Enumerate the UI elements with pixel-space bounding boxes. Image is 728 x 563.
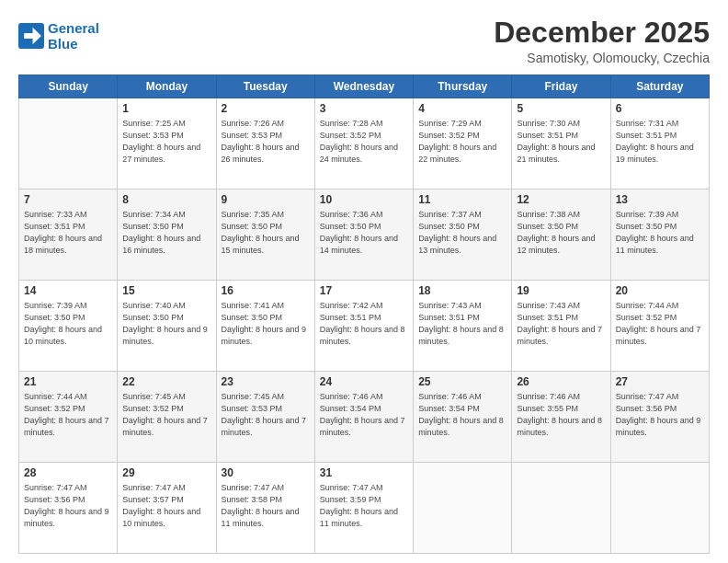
cell-info: Sunrise: 7:34 AMSunset: 3:50 PMDaylight:… — [122, 209, 210, 257]
cell-info: Sunrise: 7:33 AMSunset: 3:51 PMDaylight:… — [24, 209, 112, 257]
day-number: 7 — [24, 193, 112, 206]
calendar-table: Sunday Monday Tuesday Wednesday Thursday… — [18, 75, 710, 554]
header-monday: Monday — [118, 75, 216, 98]
cell-info: Sunrise: 7:47 AMSunset: 3:56 PMDaylight:… — [24, 482, 112, 530]
table-row: 3Sunrise: 7:28 AMSunset: 3:52 PMDaylight… — [314, 98, 413, 190]
cell-info: Sunrise: 7:47 AMSunset: 3:57 PMDaylight:… — [122, 482, 210, 530]
cell-info: Sunrise: 7:39 AMSunset: 3:50 PMDaylight:… — [24, 300, 112, 348]
day-number: 26 — [517, 375, 605, 388]
day-number: 6 — [616, 102, 704, 115]
day-number: 28 — [24, 466, 112, 479]
header-saturday: Saturday — [610, 75, 709, 98]
cell-info: Sunrise: 7:35 AMSunset: 3:50 PMDaylight:… — [222, 209, 310, 257]
cell-info: Sunrise: 7:30 AMSunset: 3:51 PMDaylight:… — [517, 118, 605, 166]
cell-info: Sunrise: 7:45 AMSunset: 3:53 PMDaylight:… — [222, 391, 310, 439]
logo: General Blue — [18, 20, 99, 52]
day-number: 8 — [122, 193, 210, 206]
day-number: 22 — [122, 375, 210, 388]
day-number: 23 — [222, 375, 310, 388]
day-number: 19 — [517, 284, 605, 297]
cell-info: Sunrise: 7:46 AMSunset: 3:54 PMDaylight:… — [418, 391, 506, 439]
cell-info: Sunrise: 7:31 AMSunset: 3:51 PMDaylight:… — [616, 118, 704, 166]
day-number: 27 — [616, 375, 704, 388]
cell-info: Sunrise: 7:47 AMSunset: 3:59 PMDaylight:… — [320, 482, 408, 530]
table-row: 23Sunrise: 7:45 AMSunset: 3:53 PMDayligh… — [216, 372, 314, 463]
cell-info: Sunrise: 7:43 AMSunset: 3:51 PMDaylight:… — [517, 300, 605, 348]
day-number: 31 — [320, 466, 408, 479]
calendar-week-row: 14Sunrise: 7:39 AMSunset: 3:50 PMDayligh… — [19, 281, 710, 372]
table-row: 4Sunrise: 7:29 AMSunset: 3:52 PMDaylight… — [414, 98, 512, 190]
table-row: 8Sunrise: 7:34 AMSunset: 3:50 PMDaylight… — [118, 190, 216, 281]
cell-info: Sunrise: 7:47 AMSunset: 3:58 PMDaylight:… — [222, 482, 310, 530]
table-row: 6Sunrise: 7:31 AMSunset: 3:51 PMDaylight… — [610, 98, 709, 190]
table-row — [610, 463, 709, 554]
day-number: 16 — [222, 284, 310, 297]
table-row: 11Sunrise: 7:37 AMSunset: 3:50 PMDayligh… — [414, 190, 512, 281]
cell-info: Sunrise: 7:41 AMSunset: 3:50 PMDaylight:… — [222, 300, 310, 348]
table-row: 31Sunrise: 7:47 AMSunset: 3:59 PMDayligh… — [314, 463, 413, 554]
title-block: December 2025 Samotisky, Olomoucky, Czec… — [494, 17, 710, 65]
table-row — [512, 463, 610, 554]
cell-info: Sunrise: 7:43 AMSunset: 3:51 PMDaylight:… — [418, 300, 506, 348]
table-row: 29Sunrise: 7:47 AMSunset: 3:57 PMDayligh… — [118, 463, 216, 554]
table-row: 19Sunrise: 7:43 AMSunset: 3:51 PMDayligh… — [512, 281, 610, 372]
weekday-header-row: Sunday Monday Tuesday Wednesday Thursday… — [19, 75, 710, 98]
table-row: 22Sunrise: 7:45 AMSunset: 3:52 PMDayligh… — [118, 372, 216, 463]
day-number: 11 — [418, 193, 506, 206]
cell-info: Sunrise: 7:39 AMSunset: 3:50 PMDaylight:… — [616, 209, 704, 257]
calendar-week-row: 1Sunrise: 7:25 AMSunset: 3:53 PMDaylight… — [19, 98, 710, 190]
table-row: 21Sunrise: 7:44 AMSunset: 3:52 PMDayligh… — [19, 372, 118, 463]
calendar-week-row: 7Sunrise: 7:33 AMSunset: 3:51 PMDaylight… — [19, 190, 710, 281]
table-row: 20Sunrise: 7:44 AMSunset: 3:52 PMDayligh… — [610, 281, 709, 372]
day-number: 12 — [517, 193, 605, 206]
table-row: 25Sunrise: 7:46 AMSunset: 3:54 PMDayligh… — [414, 372, 512, 463]
day-number: 30 — [222, 466, 310, 479]
cell-info: Sunrise: 7:44 AMSunset: 3:52 PMDaylight:… — [24, 391, 112, 439]
day-number: 9 — [222, 193, 310, 206]
day-number: 17 — [320, 284, 408, 297]
table-row: 30Sunrise: 7:47 AMSunset: 3:58 PMDayligh… — [216, 463, 314, 554]
table-row: 9Sunrise: 7:35 AMSunset: 3:50 PMDaylight… — [216, 190, 314, 281]
cell-info: Sunrise: 7:36 AMSunset: 3:50 PMDaylight:… — [320, 209, 408, 257]
day-number: 25 — [418, 375, 506, 388]
day-number: 21 — [24, 375, 112, 388]
cell-info: Sunrise: 7:37 AMSunset: 3:50 PMDaylight:… — [418, 209, 506, 257]
table-row: 13Sunrise: 7:39 AMSunset: 3:50 PMDayligh… — [610, 190, 709, 281]
month-title: December 2025 — [494, 17, 710, 49]
table-row: 7Sunrise: 7:33 AMSunset: 3:51 PMDaylight… — [19, 190, 118, 281]
cell-info: Sunrise: 7:25 AMSunset: 3:53 PMDaylight:… — [122, 118, 210, 166]
day-number: 20 — [616, 284, 704, 297]
cell-info: Sunrise: 7:38 AMSunset: 3:50 PMDaylight:… — [517, 209, 605, 257]
cell-info: Sunrise: 7:26 AMSunset: 3:53 PMDaylight:… — [222, 118, 310, 166]
table-row: 26Sunrise: 7:46 AMSunset: 3:55 PMDayligh… — [512, 372, 610, 463]
cell-info: Sunrise: 7:28 AMSunset: 3:52 PMDaylight:… — [320, 118, 408, 166]
table-row — [414, 463, 512, 554]
table-row: 16Sunrise: 7:41 AMSunset: 3:50 PMDayligh… — [216, 281, 314, 372]
table-row: 2Sunrise: 7:26 AMSunset: 3:53 PMDaylight… — [216, 98, 314, 190]
calendar-week-row: 21Sunrise: 7:44 AMSunset: 3:52 PMDayligh… — [19, 372, 710, 463]
header-thursday: Thursday — [414, 75, 512, 98]
table-row: 5Sunrise: 7:30 AMSunset: 3:51 PMDaylight… — [512, 98, 610, 190]
header-sunday: Sunday — [19, 75, 118, 98]
header: General Blue December 2025 Samotisky, Ol… — [18, 17, 710, 65]
day-number: 15 — [122, 284, 210, 297]
day-number: 29 — [122, 466, 210, 479]
table-row: 14Sunrise: 7:39 AMSunset: 3:50 PMDayligh… — [19, 281, 118, 372]
location-subtitle: Samotisky, Olomoucky, Czechia — [494, 51, 710, 65]
day-number: 5 — [517, 102, 605, 115]
day-number: 18 — [418, 284, 506, 297]
table-row: 28Sunrise: 7:47 AMSunset: 3:56 PMDayligh… — [19, 463, 118, 554]
cell-info: Sunrise: 7:42 AMSunset: 3:51 PMDaylight:… — [320, 300, 408, 348]
cell-info: Sunrise: 7:45 AMSunset: 3:52 PMDaylight:… — [122, 391, 210, 439]
day-number: 4 — [418, 102, 506, 115]
page: General Blue December 2025 Samotisky, Ol… — [0, 0, 728, 563]
day-number: 13 — [616, 193, 704, 206]
day-number: 3 — [320, 102, 408, 115]
calendar-week-row: 28Sunrise: 7:47 AMSunset: 3:56 PMDayligh… — [19, 463, 710, 554]
table-row — [19, 98, 118, 190]
cell-info: Sunrise: 7:47 AMSunset: 3:56 PMDaylight:… — [616, 391, 704, 439]
day-number: 14 — [24, 284, 112, 297]
cell-info: Sunrise: 7:46 AMSunset: 3:54 PMDaylight:… — [320, 391, 408, 439]
day-number: 24 — [320, 375, 408, 388]
day-number: 2 — [222, 102, 310, 115]
